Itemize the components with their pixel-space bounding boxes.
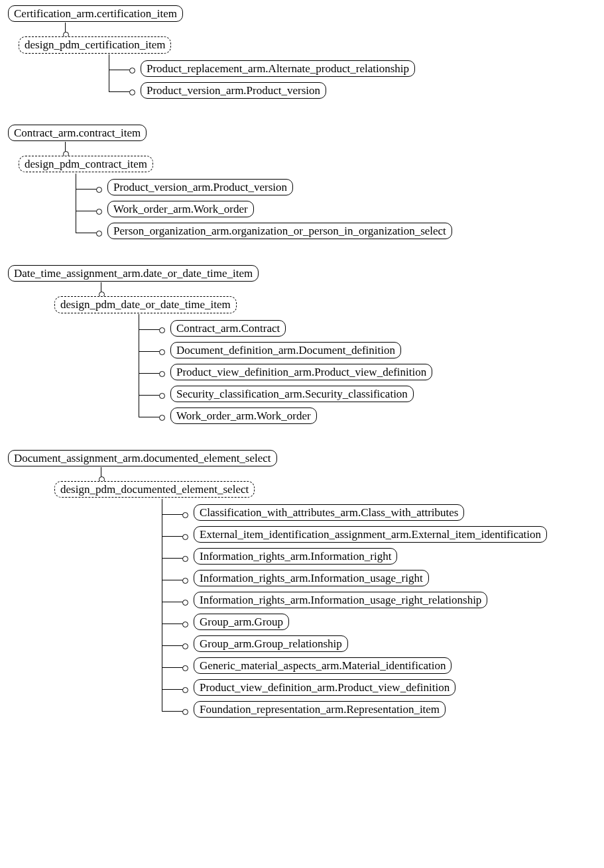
express-g-diagram: Certification_arm.certification_itemdesi… — [8, 5, 604, 718]
select-members: Contract_arm.ContractDocument_definition… — [8, 320, 604, 425]
select-member-box: Document_definition_arm.Document_definit… — [170, 342, 401, 358]
select-member-box: Product_view_definition_arm.Product_view… — [194, 679, 455, 696]
select-member-box: Classification_with_attributes_arm.Class… — [194, 504, 464, 521]
supertype-connector — [101, 467, 101, 482]
select-supertype-box: Contract_arm.contract_item — [8, 125, 147, 141]
select-members: Product_replacement_arm.Alternate_produc… — [8, 60, 604, 99]
select-subtype-box: design_pdm_contract_item — [19, 156, 153, 172]
select-supertype-box: Date_time_assignment_arm.date_or_date_ti… — [8, 265, 259, 282]
select-subtype-box: design_pdm_date_or_date_time_item — [54, 296, 237, 313]
select-type-group: Date_time_assignment_arm.date_or_date_ti… — [8, 265, 604, 425]
select-member-box: Contract_arm.Contract — [170, 320, 286, 337]
select-member-box: Product_version_arm.Product_version — [141, 82, 326, 99]
select-supertype-box: Document_assignment_arm.documented_eleme… — [8, 450, 277, 466]
select-member-box: Work_order_arm.Work_order — [170, 407, 317, 424]
select-member-box: Product_view_definition_arm.Product_view… — [170, 364, 432, 380]
supertype-connector — [101, 282, 101, 297]
select-member-box: Security_classification_arm.Security_cla… — [170, 386, 414, 402]
select-member-box: Information_rights_arm.Information_right — [194, 548, 397, 565]
select-member-box: Product_version_arm.Product_version — [107, 179, 293, 195]
supertype-connector — [65, 23, 66, 37]
select-member-box: Person_organization_arm.organization_or_… — [107, 223, 452, 239]
select-member-box: Foundation_representation_arm.Representa… — [194, 701, 446, 718]
select-member-box: Product_replacement_arm.Alternate_produc… — [141, 60, 415, 77]
select-subtype-box: design_pdm_certification_item — [19, 36, 171, 53]
select-member-box: Work_order_arm.Work_order — [107, 201, 254, 217]
select-member-box: Information_rights_arm.Information_usage… — [194, 570, 429, 586]
select-members: Product_version_arm.Product_versionWork_… — [8, 179, 604, 240]
select-member-box: Information_rights_arm.Information_usage… — [194, 592, 487, 608]
select-subtype-box: design_pdm_documented_element_select — [54, 481, 255, 498]
select-member-box: External_item_identification_assignment_… — [194, 526, 547, 543]
select-member-box: Generic_material_aspects_arm.Material_id… — [194, 657, 452, 674]
select-type-group: Certification_arm.certification_itemdesi… — [8, 5, 604, 99]
select-member-box: Group_arm.Group — [194, 614, 289, 630]
supertype-connector — [65, 142, 66, 156]
select-type-group: Contract_arm.contract_itemdesign_pdm_con… — [8, 125, 604, 241]
select-member-box: Group_arm.Group_relationship — [194, 635, 348, 652]
select-members: Classification_with_attributes_arm.Class… — [8, 504, 604, 718]
select-supertype-box: Certification_arm.certification_item — [8, 5, 183, 22]
select-type-group: Document_assignment_arm.documented_eleme… — [8, 450, 604, 719]
